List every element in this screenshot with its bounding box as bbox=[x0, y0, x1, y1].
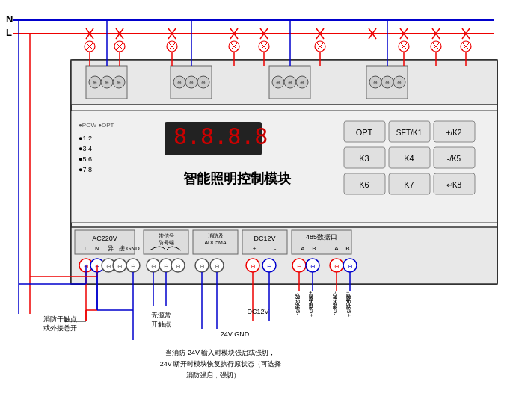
svg-text:SET/K1: SET/K1 bbox=[396, 129, 423, 137]
svg-text:⊕: ⊕ bbox=[397, 80, 402, 85]
svg-text:⊖: ⊖ bbox=[348, 263, 353, 270]
svg-text:⊕: ⊕ bbox=[177, 80, 182, 85]
svg-text:A: A bbox=[301, 245, 305, 252]
rs485b-label: RS485+ bbox=[308, 295, 315, 317]
contact-label2: 开触点 bbox=[151, 321, 171, 328]
svg-text:+: + bbox=[253, 245, 257, 252]
svg-text:异: 异 bbox=[108, 245, 114, 252]
button-group: OPT SET/K1 +/K2 K3 K4 -/K5 K6 K7 bbox=[344, 121, 475, 194]
svg-text:K7: K7 bbox=[404, 180, 414, 189]
svg-text:OPT: OPT bbox=[356, 128, 373, 137]
svg-text:⊕: ⊕ bbox=[201, 80, 206, 85]
terminal-group-4: ⊕ ⊕ ⊕ bbox=[366, 66, 408, 99]
svg-text:485数据口: 485数据口 bbox=[306, 233, 337, 241]
svg-text:DC12V: DC12V bbox=[254, 235, 275, 242]
seven-segment-display: 8.8.8.8 bbox=[165, 122, 268, 155]
dc24v-label: 24V GND bbox=[221, 330, 250, 338]
svg-text:⊕: ⊕ bbox=[105, 80, 109, 85]
lamp-3 bbox=[167, 41, 177, 52]
svg-text:⊕: ⊕ bbox=[189, 80, 194, 85]
svg-text:⊕: ⊕ bbox=[93, 80, 97, 85]
svg-text:⊖: ⊖ bbox=[215, 263, 220, 270]
svg-text:⊖: ⊖ bbox=[176, 263, 181, 270]
svg-text:GND: GND bbox=[126, 245, 140, 252]
svg-text:●7  8: ●7 8 bbox=[79, 166, 92, 173]
svg-text:●3  4: ●3 4 bbox=[79, 145, 92, 152]
svg-text:消防及: 消防及 bbox=[208, 233, 224, 238]
lamp-7 bbox=[399, 41, 409, 52]
svg-text:A: A bbox=[334, 245, 339, 252]
svg-text:带信号: 带信号 bbox=[159, 233, 174, 238]
rs485a-label: RS485- bbox=[295, 295, 301, 315]
svg-text:K6: K6 bbox=[359, 180, 369, 189]
svg-text:-: - bbox=[274, 245, 277, 252]
contact-label: 无源常 bbox=[151, 312, 171, 319]
svg-text:⊖: ⊖ bbox=[297, 263, 302, 270]
svg-text:K4: K4 bbox=[404, 154, 414, 163]
svg-text:⊖: ⊖ bbox=[334, 263, 340, 270]
svg-text:⊖: ⊖ bbox=[267, 263, 272, 270]
svg-text:B: B bbox=[345, 245, 349, 252]
note-line2: 24V 断开时模块恢复执行原状态（可选择 bbox=[160, 360, 282, 368]
svg-text:K3: K3 bbox=[359, 154, 369, 163]
bottom-terminals: ⊖ ⊖ ⊖ ⊖ ⊖ ⊖ ⊖ ⊖ ⊖ ⊖ ⊖ bbox=[79, 259, 357, 272]
wiring-diagram: N L bbox=[0, 0, 516, 420]
svg-text:B: B bbox=[312, 245, 316, 252]
svg-text:L: L bbox=[85, 245, 88, 252]
l-label: L bbox=[6, 27, 12, 38]
svg-text:ADC5MA: ADC5MA bbox=[204, 240, 227, 245]
svg-text:⊖: ⊖ bbox=[106, 263, 111, 270]
svg-text:N: N bbox=[95, 245, 99, 252]
svg-text:AC220V: AC220V bbox=[92, 235, 117, 242]
lamp-8 bbox=[431, 41, 441, 52]
terminal-group-1: ⊕ ⊕ ⊕ bbox=[86, 66, 127, 99]
note-line3: 消防强启，强切） bbox=[186, 371, 240, 379]
terminal-group-3: ⊕ ⊕ ⊕ bbox=[269, 66, 310, 99]
svg-text:⊕: ⊕ bbox=[373, 80, 378, 85]
svg-text:●1  2: ●1 2 bbox=[79, 135, 92, 142]
svg-text:⊕: ⊕ bbox=[117, 80, 121, 85]
svg-text:⊕: ⊕ bbox=[288, 80, 292, 85]
svg-text:⊕: ⊕ bbox=[300, 80, 304, 85]
svg-text:⊖: ⊖ bbox=[164, 263, 169, 270]
svg-text:⊕: ⊕ bbox=[385, 80, 390, 85]
lamp-1 bbox=[85, 41, 95, 52]
svg-text:+/K2: +/K2 bbox=[446, 129, 462, 137]
fire-contact-label2: 或外接总开 bbox=[43, 324, 77, 332]
lamp-4 bbox=[229, 41, 239, 52]
svg-text:●POW ●OPT: ●POW ●OPT bbox=[79, 122, 114, 129]
svg-text:⊖: ⊖ bbox=[310, 263, 316, 270]
svg-text:⊖: ⊖ bbox=[251, 263, 256, 270]
lamp-9 bbox=[461, 41, 471, 52]
lamp-6 bbox=[315, 41, 325, 52]
svg-text:⊖: ⊖ bbox=[117, 263, 123, 270]
svg-text:-/K5: -/K5 bbox=[447, 155, 461, 163]
dc12v-bottom-label: DC12V bbox=[247, 308, 268, 315]
svg-text:⊖: ⊖ bbox=[131, 263, 136, 270]
rs485a2-label: RS485- bbox=[332, 295, 339, 315]
svg-text:⊖: ⊖ bbox=[200, 263, 205, 270]
svg-text:⊖: ⊖ bbox=[151, 263, 156, 270]
lamp-2 bbox=[114, 41, 125, 52]
svg-text:⊕: ⊕ bbox=[276, 80, 280, 85]
svg-text:●5  6: ●5 6 bbox=[79, 155, 92, 163]
lamp-5 bbox=[259, 41, 269, 52]
svg-text:↩K8: ↩K8 bbox=[446, 181, 462, 189]
svg-text:接: 接 bbox=[119, 245, 125, 252]
terminal-group-2: ⊕ ⊕ ⊕ bbox=[171, 66, 212, 99]
rs485b2-label: RS485+ bbox=[345, 295, 352, 317]
svg-text:防号端: 防号端 bbox=[159, 240, 174, 245]
note-line1: 当消防 24V 输入时模块强启或强切， bbox=[165, 349, 275, 356]
n-label: N bbox=[6, 13, 13, 25]
device-name-label: 智能照明控制模块 bbox=[182, 171, 292, 186]
svg-text:8.8.8.8: 8.8.8.8 bbox=[173, 123, 268, 149]
dc12v-section bbox=[242, 230, 287, 254]
